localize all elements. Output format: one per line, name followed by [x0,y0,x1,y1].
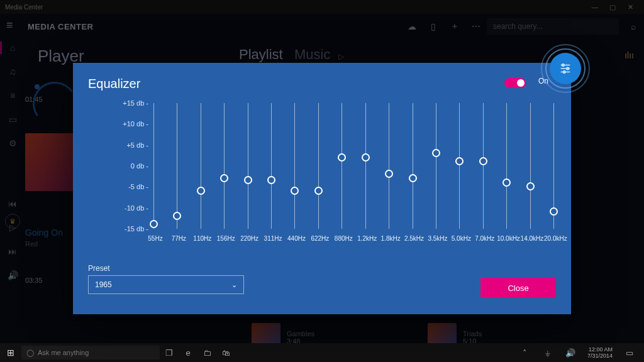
sliders-icon[interactable]: ≡ [10,90,15,101]
premium-icon[interactable]: ♛ [5,214,20,229]
preset-dropdown[interactable]: 1965 ⌄ [88,275,244,294]
home-icon[interactable]: ⌂ [10,43,15,53]
close-button[interactable]: Close [480,278,556,298]
eq-slider[interactable] [365,103,366,229]
next-icon[interactable]: ⏭ [8,246,17,256]
eq-slider[interactable] [318,103,319,229]
freq-label: 10.0kHz [497,235,519,242]
chevron-down-icon: ⌄ [231,281,237,289]
eq-slider[interactable] [459,103,460,229]
eq-thumb[interactable] [432,149,440,157]
equalizer-badge[interactable] [541,44,590,93]
eq-slider[interactable] [294,103,295,229]
eq-slider[interactable] [553,103,554,229]
eq-slider[interactable] [224,103,225,229]
search-icon[interactable]: ⌕ [623,21,644,31]
eq-thumb[interactable] [385,170,393,178]
eq-thumb[interactable] [455,157,464,165]
equalizer-sliders: 55Hz77Hz110Hz156Hz220Hz311Hz440Hz622Hz88… [153,103,553,244]
eq-slider[interactable] [436,103,436,229]
db-mark: +5 db - [88,141,148,149]
eq-thumb[interactable] [291,187,299,195]
cloud-icon[interactable]: ☁ [401,21,423,31]
eq-slider[interactable] [530,103,531,229]
eq-slider[interactable] [389,103,389,229]
equalizer-toggle[interactable] [504,78,526,88]
freq-label: 110Hz [191,235,214,242]
equalizer-modal: Equalizer On +15 db -+10 db -+5 db -0 db… [73,63,571,314]
tab-music[interactable]: Music [294,47,330,62]
tab-play-icon[interactable]: ▷ [338,52,344,61]
preset-label: Preset [88,264,110,273]
volume-icon[interactable]: 🔊 [8,270,18,280]
queue-title: Triads [463,330,482,337]
notifications-icon[interactable]: ▭ [620,348,639,358]
eq-slider[interactable] [271,103,272,229]
db-mark: 0 db - [88,162,148,170]
freq-label: 77Hz [167,235,190,242]
eq-slider[interactable] [201,103,201,229]
search-input[interactable] [487,18,619,35]
cast-icon[interactable]: ▭ [9,114,17,124]
eq-thumb[interactable] [267,176,275,184]
tab-playlist[interactable]: Playlist [239,47,283,62]
edge-icon[interactable]: e [179,348,197,358]
task-view-icon[interactable]: ❐ [160,348,179,358]
tray-up-icon[interactable]: ˄ [516,348,535,358]
eq-thumb[interactable] [314,187,323,195]
more-icon[interactable]: ⋯ [465,21,487,31]
app-header: MEDIA CENTER ☁ ▯ ＋ ⋯ ⌕ [0,14,644,39]
freq-label: 880Hz [332,235,355,242]
eq-thumb[interactable] [173,212,181,220]
db-mark: +10 db - [88,120,148,128]
eq-slider[interactable] [153,103,154,229]
freq-label: 3.5kHz [426,235,449,242]
freq-label: 220Hz [238,235,261,242]
system-clock[interactable]: 12:00 AM 7/31/2014 [584,346,616,359]
close-window-button[interactable]: ✕ [621,3,639,11]
eq-thumb[interactable] [362,153,370,162]
explorer-icon[interactable]: 🗀 [197,348,216,358]
track-title: Going On [25,228,63,238]
start-button[interactable]: ⊞ [0,348,21,358]
eq-slider[interactable] [483,103,484,229]
eq-slider[interactable] [341,103,342,229]
clock-time: 12:00 AM [587,346,613,353]
eq-slider[interactable] [506,103,507,229]
eq-thumb[interactable] [502,178,511,187]
eq-thumb[interactable] [338,153,346,162]
tray-volume-icon[interactable]: 🔊 [561,348,580,358]
page-tabs: Playlist Music ▷ [239,47,344,63]
freq-label: 7.0kHz [474,235,496,242]
eq-thumb[interactable] [409,174,417,182]
eq-thumb[interactable] [479,157,487,165]
eq-thumb[interactable] [244,176,252,184]
eq-thumb[interactable] [220,174,228,182]
maximize-button[interactable]: ▢ [604,3,621,11]
freq-label: 1.2kHz [356,235,379,242]
freq-label: 55Hz [144,235,167,242]
cortana-search[interactable]: ◯Ask me anything [21,346,160,359]
visualizer-icon[interactable]: ılıı [625,50,634,60]
settings-icon[interactable]: ⚙ [9,138,17,148]
db-mark: -10 db - [88,204,148,212]
eq-thumb[interactable] [526,182,535,190]
track-length: 03:35 [25,277,43,284]
toggle-knob [517,79,525,87]
eq-slider[interactable] [248,103,248,229]
equalizer-nav-icon[interactable]: ♫ [9,67,16,77]
eq-thumb[interactable] [150,220,158,228]
progress-thumb[interactable] [35,84,40,89]
eq-slider[interactable] [177,103,177,229]
device-icon[interactable]: ▯ [423,21,444,31]
store-icon[interactable]: 🛍 [216,348,235,358]
track-artist: Red [25,240,38,248]
eq-slider[interactable] [413,103,413,229]
prev-icon[interactable]: ⏮ [8,199,17,209]
add-icon[interactable]: ＋ [444,21,465,32]
network-icon[interactable]: ⏚ [538,348,557,358]
clock-date: 7/31/2014 [587,353,613,359]
eq-thumb[interactable] [197,187,205,195]
minimize-button[interactable]: — [586,3,604,11]
eq-thumb[interactable] [550,207,558,216]
